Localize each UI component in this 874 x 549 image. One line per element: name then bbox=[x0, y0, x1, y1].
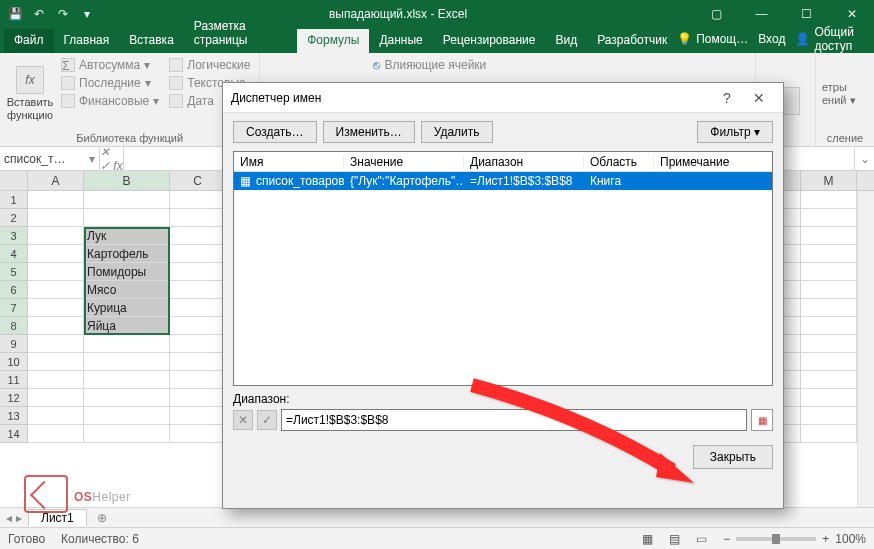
cell-a12[interactable] bbox=[28, 389, 84, 407]
names-list[interactable]: Имя Значение Диапазон Область Примечание… bbox=[233, 151, 773, 386]
range-input[interactable] bbox=[281, 409, 747, 431]
cell-b5[interactable]: Помидоры bbox=[84, 263, 170, 281]
cell-m3[interactable] bbox=[801, 227, 857, 245]
tab-insert[interactable]: Вставка bbox=[119, 29, 184, 53]
cell-m1[interactable] bbox=[801, 191, 857, 209]
cell-a11[interactable] bbox=[28, 371, 84, 389]
ribbon-options-icon[interactable]: ▢ bbox=[694, 0, 739, 28]
view-normal-icon[interactable]: ▦ bbox=[642, 532, 653, 546]
tell-me[interactable]: 💡Помощ… bbox=[677, 32, 748, 46]
cell-c14[interactable] bbox=[170, 425, 226, 443]
cell-m4[interactable] bbox=[801, 245, 857, 263]
zoom-in-icon[interactable]: + bbox=[822, 532, 829, 546]
cell-c13[interactable] bbox=[170, 407, 226, 425]
tab-developer[interactable]: Разработчик bbox=[587, 29, 677, 53]
cell-a5[interactable] bbox=[28, 263, 84, 281]
chevron-down-icon[interactable]: ▾ bbox=[89, 152, 95, 166]
cell-m9[interactable] bbox=[801, 335, 857, 353]
cell-a1[interactable] bbox=[28, 191, 84, 209]
close-window-button[interactable]: ✕ bbox=[829, 0, 874, 28]
cell-a9[interactable] bbox=[28, 335, 84, 353]
cell-b7[interactable]: Курица bbox=[84, 299, 170, 317]
cell-c8[interactable] bbox=[170, 317, 226, 335]
cell-a7[interactable] bbox=[28, 299, 84, 317]
sheet-tab-1[interactable]: Лист1 bbox=[28, 509, 87, 526]
filter-button[interactable]: Фильтр ▾ bbox=[697, 121, 773, 143]
tab-formulas[interactable]: Формулы bbox=[297, 29, 369, 53]
row-head-6[interactable]: 6 bbox=[0, 281, 28, 299]
cell-c12[interactable] bbox=[170, 389, 226, 407]
col-value[interactable]: Значение bbox=[344, 155, 464, 169]
share-button[interactable]: 👤Общий доступ bbox=[795, 25, 864, 53]
recent-functions-button[interactable]: Последние▾ bbox=[58, 75, 162, 91]
col-scope[interactable]: Область bbox=[584, 155, 654, 169]
trace-precedents-button[interactable]: ⎋Влияющие ячейки bbox=[370, 57, 489, 73]
cell-a8[interactable] bbox=[28, 317, 84, 335]
cell-m11[interactable] bbox=[801, 371, 857, 389]
col-head-a[interactable]: A bbox=[28, 171, 84, 190]
row-head-8[interactable]: 8 bbox=[0, 317, 28, 335]
name-box[interactable]: список_т… ▾ bbox=[0, 147, 100, 170]
cell-a10[interactable] bbox=[28, 353, 84, 371]
delete-name-button[interactable]: Удалить bbox=[421, 121, 493, 143]
cell-m6[interactable] bbox=[801, 281, 857, 299]
redo-icon[interactable]: ↷ bbox=[54, 5, 72, 23]
cell-b13[interactable] bbox=[84, 407, 170, 425]
expand-formula-icon[interactable]: ⌄ bbox=[854, 147, 874, 170]
col-head-m[interactable]: M bbox=[801, 171, 857, 190]
cell-b1[interactable] bbox=[84, 191, 170, 209]
fx-label-icon[interactable]: ✕ ✓ fx bbox=[100, 147, 124, 170]
logical-button[interactable]: Логические bbox=[166, 57, 253, 73]
cell-m5[interactable] bbox=[801, 263, 857, 281]
row-head-7[interactable]: 7 bbox=[0, 299, 28, 317]
close-button[interactable]: Закрыть bbox=[693, 445, 773, 469]
cell-b8[interactable]: Яйца bbox=[84, 317, 170, 335]
cell-m8[interactable] bbox=[801, 317, 857, 335]
cell-a2[interactable] bbox=[28, 209, 84, 227]
cell-b12[interactable] bbox=[84, 389, 170, 407]
undo-icon[interactable]: ↶ bbox=[30, 5, 48, 23]
col-head-b[interactable]: B bbox=[84, 171, 170, 190]
range-picker-icon[interactable]: ▦ bbox=[751, 409, 773, 431]
dialog-titlebar[interactable]: Диспетчер имен ? ✕ bbox=[223, 83, 783, 113]
cell-c7[interactable] bbox=[170, 299, 226, 317]
tab-data[interactable]: Данные bbox=[369, 29, 432, 53]
cell-b2[interactable] bbox=[84, 209, 170, 227]
cell-c2[interactable] bbox=[170, 209, 226, 227]
row-head-1[interactable]: 1 bbox=[0, 191, 28, 209]
cell-m2[interactable] bbox=[801, 209, 857, 227]
cell-c4[interactable] bbox=[170, 245, 226, 263]
cell-b10[interactable] bbox=[84, 353, 170, 371]
cell-c11[interactable] bbox=[170, 371, 226, 389]
row-head-3[interactable]: 3 bbox=[0, 227, 28, 245]
sheet-nav-next-icon[interactable]: ▸ bbox=[16, 511, 22, 525]
tab-review[interactable]: Рецензирование bbox=[433, 29, 546, 53]
col-head-c[interactable]: C bbox=[170, 171, 226, 190]
tab-home[interactable]: Главная bbox=[54, 29, 120, 53]
insert-function-button[interactable]: fx Вставить функцию bbox=[6, 57, 54, 130]
add-sheet-button[interactable]: ⊕ bbox=[93, 511, 111, 525]
name-row-selected[interactable]: ▦ список_товаров {"Лук":"Картофель"… =Ли… bbox=[234, 172, 772, 190]
row-head-14[interactable]: 14 bbox=[0, 425, 28, 443]
col-range[interactable]: Диапазон bbox=[464, 155, 584, 169]
cell-a14[interactable] bbox=[28, 425, 84, 443]
zoom-out-icon[interactable]: − bbox=[723, 532, 730, 546]
tab-file[interactable]: Файл bbox=[4, 29, 54, 53]
cell-a13[interactable] bbox=[28, 407, 84, 425]
cell-b11[interactable] bbox=[84, 371, 170, 389]
row-head-11[interactable]: 11 bbox=[0, 371, 28, 389]
maximize-button[interactable]: ☐ bbox=[784, 0, 829, 28]
row-head-2[interactable]: 2 bbox=[0, 209, 28, 227]
cell-b4[interactable]: Картофель bbox=[84, 245, 170, 263]
col-comment[interactable]: Примечание bbox=[654, 155, 772, 169]
vertical-scrollbar[interactable] bbox=[857, 191, 874, 507]
view-page-icon[interactable]: ▤ bbox=[669, 532, 680, 546]
cell-m13[interactable] bbox=[801, 407, 857, 425]
cancel-edit-icon[interactable]: ✕ bbox=[233, 410, 253, 430]
financial-button[interactable]: Финансовые▾ bbox=[58, 93, 162, 109]
autosum-button[interactable]: ΣАвтосумма▾ bbox=[58, 57, 162, 73]
row-head-4[interactable]: 4 bbox=[0, 245, 28, 263]
cell-c1[interactable] bbox=[170, 191, 226, 209]
cell-c3[interactable] bbox=[170, 227, 226, 245]
cell-c9[interactable] bbox=[170, 335, 226, 353]
